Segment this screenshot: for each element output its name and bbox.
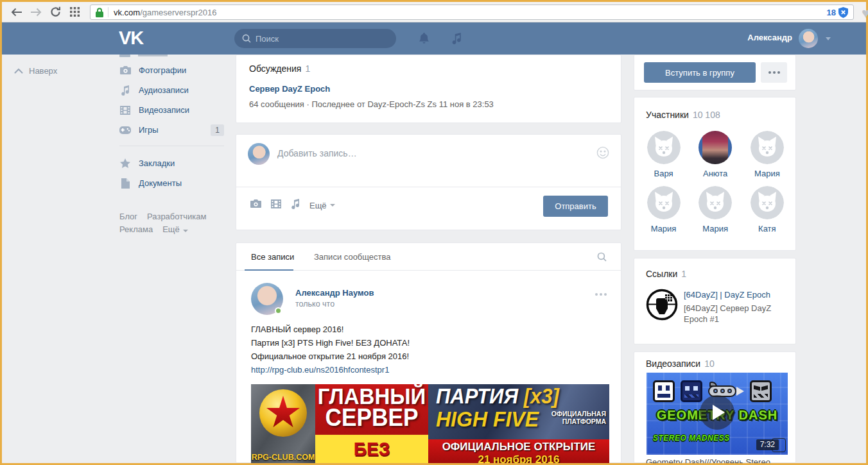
- play-triangle-icon: [713, 405, 725, 420]
- music-button[interactable]: [451, 33, 462, 47]
- members-title[interactable]: Участники10 108: [646, 110, 720, 120]
- back-to-top[interactable]: Наверх: [14, 66, 57, 76]
- back-button[interactable]: [7, 4, 26, 21]
- member-item[interactable]: Катя: [749, 186, 785, 233]
- header-search[interactable]: [234, 29, 396, 48]
- videos-title[interactable]: Видеозаписи10: [646, 359, 715, 369]
- composer-more-button[interactable]: Ещё: [309, 201, 335, 210]
- links-count: 1: [681, 269, 686, 279]
- default-dog-avatar: [647, 131, 681, 164]
- adblock-shield-icon[interactable]: [838, 7, 848, 18]
- member-name[interactable]: Мария: [754, 169, 780, 178]
- user-menu-caret-icon[interactable]: [826, 37, 831, 40]
- post-timestamp[interactable]: только что: [295, 300, 334, 309]
- post-composer-card: Добавить запись… Ещё Отправить: [236, 134, 621, 230]
- reload-button[interactable]: [46, 4, 65, 21]
- discussions-title: Обсуждения1: [249, 63, 310, 74]
- group-options-button[interactable]: [761, 62, 787, 83]
- send-post-button[interactable]: Отправить: [543, 196, 608, 217]
- member-name[interactable]: Варя: [654, 169, 673, 178]
- footer-link-more[interactable]: Ещё: [162, 224, 188, 234]
- ellipsis-icon: [768, 71, 780, 74]
- attach-photo-button[interactable]: [250, 199, 261, 211]
- post-text: ГЛАВНЫЙ сервер 2016! Партия [x3] PTS Hig…: [251, 323, 410, 376]
- footer-links-row1: Блог Разработчикам: [119, 212, 206, 221]
- discussions-count: 1: [305, 63, 310, 74]
- members-count: 10 108: [693, 110, 720, 120]
- composer-placeholder[interactable]: Добавить запись…: [277, 148, 357, 158]
- member-name[interactable]: Катя: [758, 224, 776, 233]
- member-item[interactable]: Мария: [698, 186, 733, 233]
- notifications-button[interactable]: [419, 33, 430, 47]
- sidebar-item-bookmarks[interactable]: Закладки: [114, 153, 227, 173]
- member-item[interactable]: Анюта: [698, 131, 733, 178]
- footer-link-developers[interactable]: Разработчикам: [147, 212, 206, 221]
- camera-icon: [250, 199, 261, 208]
- banner-left-section: RPG-CLUB.COM: [251, 384, 315, 463]
- attach-video-button[interactable]: [271, 199, 281, 211]
- footer-link-ads[interactable]: Реклама: [119, 224, 153, 234]
- vk-logo[interactable]: VK: [119, 28, 143, 49]
- reload-icon: [50, 6, 61, 17]
- wall-tabs: Все записи Записи сообщества: [236, 243, 621, 271]
- banner-middle-section: ГЛАВНЫЙ СЕРВЕР БЕЗ ДОНАТА: [315, 384, 428, 463]
- sidebar-item-label: Документы: [139, 178, 182, 188]
- tab-community-posts[interactable]: Записи сообщества: [314, 252, 391, 262]
- emoji-button[interactable]: [596, 146, 609, 162]
- post-line: ГЛАВНЫЙ сервер 2016!: [251, 323, 410, 336]
- tab-all-posts[interactable]: Все записи: [251, 252, 294, 262]
- member-name[interactable]: Мария: [651, 224, 677, 233]
- forward-button[interactable]: [26, 4, 46, 21]
- member-item[interactable]: Варя: [646, 131, 681, 178]
- composer-avatar: [248, 143, 270, 165]
- header-avatar[interactable]: [799, 29, 818, 48]
- search-input[interactable]: [256, 34, 378, 44]
- forward-arrow-icon: [30, 8, 42, 17]
- post-author-name[interactable]: Александр Наумов: [295, 288, 374, 298]
- post-link[interactable]: http://rpg-club.eu/ns2016hfcontestpr1: [251, 363, 410, 376]
- thumb-level-title: STEREO MADNESS: [653, 434, 730, 443]
- play-button[interactable]: [700, 395, 734, 430]
- apps-grid-button[interactable]: [65, 4, 84, 21]
- default-dog-avatar: [699, 186, 732, 219]
- discussion-topic-link[interactable]: Сервер DayZ Epoch: [249, 84, 330, 94]
- sidebar-item-video[interactable]: Видеозаписи: [114, 100, 227, 120]
- composer-divider: [236, 187, 621, 187]
- member-name[interactable]: Мария: [702, 224, 728, 233]
- theme-heart-icon: ♥: [862, 5, 868, 22]
- sidebar-item-games[interactable]: Игры 1: [114, 120, 227, 140]
- links-title[interactable]: Ссылки1: [646, 269, 686, 279]
- browser-toolbar: vk.com/gameserverspr2016 18 ♥: [2, 2, 866, 22]
- header-user-name[interactable]: Александр: [747, 33, 792, 42]
- search-icon: [597, 252, 607, 262]
- post-actions-button[interactable]: [595, 293, 607, 296]
- member-item[interactable]: Мария: [749, 131, 785, 178]
- video-title-link[interactable]: Geometry Dash///Уровень Stereo: [646, 457, 770, 463]
- join-group-button[interactable]: Вступить в группу: [644, 62, 756, 83]
- member-name[interactable]: Анюта: [703, 169, 727, 178]
- member-item[interactable]: Мария: [646, 186, 681, 233]
- sidebar-item-label: Игры: [139, 125, 159, 135]
- group-link-title[interactable]: [64DayZ] | DayZ Epoch: [684, 290, 770, 300]
- wall-search-button[interactable]: [597, 252, 607, 264]
- sidebar-item-photos[interactable]: Фотографии: [114, 60, 227, 80]
- banner-star-emblem: [259, 389, 307, 437]
- videos-count: 10: [704, 359, 715, 369]
- search-icon: [242, 34, 251, 43]
- sidebar-item-audio[interactable]: Аудиозаписи: [114, 80, 227, 100]
- banner-platform-label: ОФИЦИАЛЬНАЯ ПЛАТФОРМА: [551, 410, 606, 425]
- vk-page: VK Александр Наверх: [2, 22, 866, 463]
- star-icon: [119, 158, 131, 168]
- video-thumbnail[interactable]: GEOMETRY DASH STEREO MADNESS 7:32: [647, 373, 788, 455]
- footer-link-blog[interactable]: Блог: [119, 212, 137, 221]
- document-icon: [119, 178, 131, 189]
- attach-audio-button[interactable]: [291, 199, 300, 212]
- post-attached-image[interactable]: RPG-CLUB.COM ГЛАВНЫЙ СЕРВЕР БЕЗ ДОНАТА П…: [251, 384, 609, 463]
- sidebar-item-documents[interactable]: Документы: [114, 173, 227, 193]
- address-bar[interactable]: vk.com/gameserverspr2016 18: [90, 4, 854, 20]
- chevron-down-icon: [183, 230, 188, 232]
- banner-highfive-line: HIGH FIVE: [436, 407, 539, 432]
- link-thumbnail[interactable]: [646, 289, 678, 323]
- music-note-icon: [451, 33, 462, 44]
- url-host: vk.com: [114, 8, 140, 17]
